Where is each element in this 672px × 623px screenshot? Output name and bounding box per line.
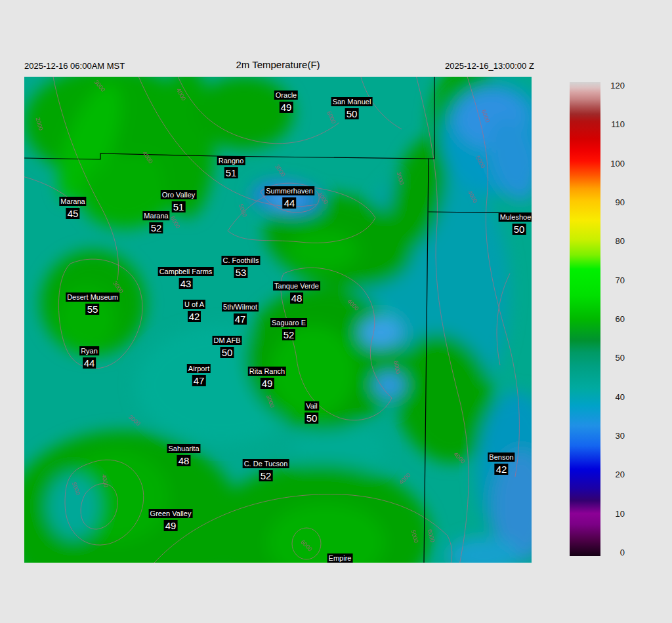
station-name: Summerhaven [264,186,314,195]
colorbar-tick-100: 100 [602,159,625,169]
station-temperature-value: 49 [280,102,293,113]
station-temperature-value: 55 [86,304,100,315]
station-temperature-value: 50 [513,224,526,235]
station-name: C. De Tucson [243,459,289,468]
contour-elevation-label: 4000 [175,87,187,102]
station-temperature-value: 47 [234,313,247,325]
station-name: Tanque Verde [273,281,320,291]
contour-elevation-label: 4000 [398,472,411,485]
station-temperature-value: 42 [188,311,201,322]
station-name: Marana [59,197,86,206]
station-temperature-value: 51 [172,201,186,212]
colorbar-tick-110: 110 [602,119,625,130]
station-name: Saguaro E [270,318,307,327]
contour-elevation-label: 3000 [265,394,276,409]
station-temperature-value: 49 [261,378,274,389]
station-sahuarita: Sahuarita48 [167,444,200,466]
contour-elevation-label: 4000 [100,473,109,487]
contour-elevation-label: 4000 [452,451,466,464]
colorbar-tick-80: 80 [602,236,625,247]
station-name: Muleshoe R [499,212,532,222]
station-name: Oracle [274,90,298,100]
station-campbell-farms: Campbell Farms43 [158,267,214,289]
station-name: Vail [304,401,319,411]
station-name: Oro Valley [161,190,197,199]
station-name: Sahuarita [167,444,200,453]
contour-elevation-label: 6000 [169,215,182,230]
contour-elevation-label: 3000 [396,171,406,186]
station-name: San Manuel [331,97,373,106]
station-name: Green Valley [149,509,193,518]
station-dm-afb: DM AFB50 [213,336,242,358]
contour-elevation-label: 6000 [427,529,436,543]
station-san-manuel: San Manuel50 [331,97,373,119]
contour-elevation-label: 5000 [71,481,81,496]
colorbar-tick-60: 60 [602,314,625,325]
temperature-map: Oracle49San Manuel50Rangno51Oro Valley51… [24,77,532,563]
station-c-foothills: C. Foothills53 [221,256,260,278]
station-desert-museum: Desert Museum55 [66,292,119,315]
station-benson: Benson42 [488,452,514,475]
station-name: U of A [183,300,205,309]
contour-elevation-label: 5000 [238,203,248,218]
station-vail: Vail50 [304,401,319,424]
colorbar-tick-0: 0 [602,548,625,558]
station-temperature-value: 45 [66,208,80,219]
station-rita-ranch: Rita Ranch49 [248,367,286,389]
station-name: 5th/Wilmot [222,302,259,312]
contour-elevation-label: 4000 [316,191,329,205]
station-muleshoe-r: Muleshoe R50 [499,212,532,235]
station-temperature-value: 48 [290,292,304,304]
station-oracle: Oracle49 [274,90,298,113]
station-name: C. Foothills [221,256,260,265]
station-temperature-value: 50 [305,412,319,424]
contour-elevation-label: 4000 [467,190,479,204]
station-marana: Marana45 [59,197,86,219]
station-name: Rita Ranch [248,367,286,376]
station-name: Empire [327,553,353,563]
contour-elevation-label: 6000 [480,109,491,123]
station-temperature-value: 50 [345,108,359,119]
station-green-valley: Green Valley49 [149,509,193,531]
station-name: Campbell Farms [158,267,214,276]
station-temperature-value: 47 [192,375,206,386]
timestamp-utc: 2025-12-16_13:00:00 Z [445,61,534,71]
map-overlay: Oracle49San Manuel50Rangno51Oro Valley51… [24,77,532,563]
station-temperature-value: 44 [283,197,297,209]
contour-elevation-label: 3000 [127,414,142,428]
station-name: Marana [142,211,169,220]
contour-elevation-label: 5000 [474,155,487,169]
contour-elevation-label: 4000 [141,150,154,165]
station-airport: Airport47 [187,364,211,386]
station-name: DM AFB [213,336,242,345]
station-empire: Empire [327,553,353,563]
station-ryan: Ryan44 [79,346,99,369]
station-temperature-value: 50 [220,347,234,358]
contour-elevation-label: 3000 [274,163,287,178]
colorbar-tick-50: 50 [602,353,625,363]
station-name: Desert Museum [66,292,119,302]
station-temperature-value: 51 [224,167,238,178]
station-temperature-value: 53 [234,267,248,278]
station-temperature-value: 49 [164,520,178,531]
contour-elevation-label: 4000 [346,298,360,312]
station-5th-wilmot: 5th/Wilmot47 [222,302,259,325]
colorbar-tick-70: 70 [602,275,625,286]
colorbar-tick-90: 90 [602,197,625,208]
station-name: Ryan [79,346,99,355]
station-u-of-a: U of A42 [183,300,205,322]
contour-elevation-label: 6000 [299,538,313,552]
colorbar-tick-40: 40 [602,392,625,403]
station-temperature-value: 52 [259,470,273,481]
colorbar-tick-120: 120 [602,81,625,91]
station-temperature-value: 48 [177,455,191,466]
colorbar-tick-10: 10 [602,509,625,519]
station-c-de-tucson: C. De Tucson52 [243,459,289,481]
colorbar-tick-30: 30 [602,431,625,441]
station-name: Airport [187,364,211,373]
station-temperature-value: 52 [150,222,163,233]
colorbar-gradient [570,82,600,556]
contour-elevation-label: 5000 [410,529,420,544]
contour-elevation-label: 3000 [93,79,107,93]
station-summerhaven: Summerhaven44 [264,186,314,209]
